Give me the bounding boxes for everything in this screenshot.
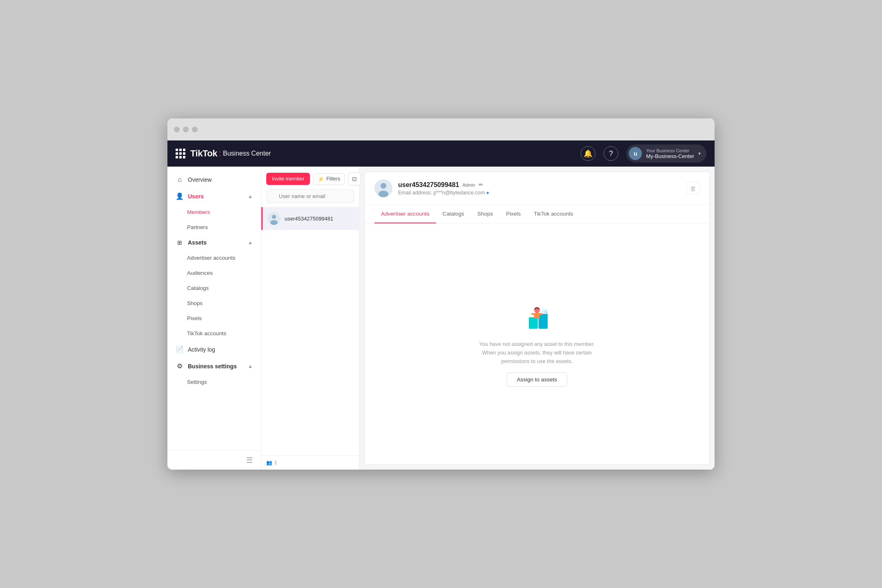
detail-username: user4534275099481 Admin ✏	[398, 181, 686, 189]
assets-icon: ⊞	[176, 239, 184, 246]
sidebar-label-members: Members	[187, 209, 253, 215]
topnav-left: TikTok : Business Center	[176, 148, 581, 159]
sidebar-label-catalogs: Catalogs	[187, 285, 253, 291]
tab-shops[interactable]: Shops	[471, 205, 499, 223]
empty-state: You have not assigned any asset to this …	[365, 223, 709, 464]
chevron-up-icon: ▲	[248, 194, 253, 199]
sidebar-item-business-settings[interactable]: ⚙ Business settings ▲	[167, 358, 261, 374]
settings-icon: ⚙	[176, 362, 184, 370]
svg-point-4	[381, 183, 386, 189]
brand-subtitle: Business Center	[223, 150, 271, 157]
brand-tiktok-text: TikTok	[190, 148, 217, 159]
svg-point-5	[379, 191, 388, 197]
svg-point-1	[272, 215, 276, 219]
members-footer: 👥 1	[261, 455, 359, 470]
sidebar-label-overview: Overview	[188, 176, 253, 183]
detail-panel: user4534275099481 Admin ✏ Email address:…	[364, 172, 710, 465]
svg-rect-6	[529, 317, 538, 329]
sidebar-label-advertiser-accounts: Advertiser accounts	[187, 255, 253, 261]
sidebar-item-shops[interactable]: Shops	[167, 296, 261, 311]
main-layout: ⌂ Overview 👤 Users ▲ Members Partners	[167, 167, 715, 470]
sidebar-label-settings: Settings	[187, 379, 253, 385]
detail-user-info: user4534275099481 Admin ✏ Email address:…	[398, 181, 686, 196]
empty-state-text: You have not assigned any asset to this …	[472, 340, 602, 365]
browser-dot-red	[174, 127, 180, 132]
sidebar-label-tiktok-accounts: TikTok accounts	[187, 330, 253, 336]
detail-tabs: Advertiser accounts Catalogs Shops Pixel…	[365, 205, 709, 223]
sidebar-item-catalogs[interactable]: Catalogs	[167, 281, 261, 296]
detail-email: Email address: p***n@bytedance.com ●	[398, 190, 686, 196]
member-avatar	[267, 212, 281, 225]
top-navigation: TikTok : Business Center 🔔 ? u Your Busi…	[167, 140, 715, 167]
sidebar-item-settings[interactable]: Settings	[167, 374, 261, 390]
user-avatar: u	[629, 147, 642, 160]
sidebar-label-partners: Partners	[187, 224, 253, 230]
sidebar-item-audiences[interactable]: Audiences	[167, 265, 261, 281]
members-count: 1	[274, 460, 277, 466]
chevron-up-icon-assets: ▲	[248, 240, 253, 245]
sidebar-item-pixels[interactable]: Pixels	[167, 311, 261, 326]
sidebar-label-activity-log: Activity log	[188, 346, 253, 353]
tab-pixels[interactable]: Pixels	[499, 205, 527, 223]
sidebar-item-activity-log[interactable]: 📄 Activity log	[167, 341, 261, 358]
user-info-name: My-Business-Center	[646, 153, 694, 159]
sidebar-item-assets[interactable]: ⊞ Assets ▲	[167, 235, 261, 250]
info-icon: ●	[486, 190, 490, 196]
browser-dot-green	[192, 127, 198, 132]
svg-rect-12	[534, 313, 540, 318]
export-button[interactable]: ⊡	[348, 172, 361, 185]
member-name: user4534275099481	[285, 216, 354, 222]
edit-icon[interactable]: ✏	[479, 182, 483, 188]
sidebar-label-business-settings: Business settings	[188, 363, 244, 370]
search-wrapper	[266, 189, 354, 203]
chevron-down-icon: ▾	[698, 151, 701, 156]
avatar-icon	[267, 212, 281, 225]
member-list: user4534275099481	[261, 207, 359, 455]
grid-menu-icon[interactable]	[176, 149, 185, 158]
detail-avatar-icon	[374, 179, 392, 197]
notification-button[interactable]: 🔔	[581, 146, 595, 161]
help-button[interactable]: ?	[604, 146, 618, 161]
sidebar: ⌂ Overview 👤 Users ▲ Members Partners	[167, 167, 261, 470]
export-icon: ⊡	[352, 176, 357, 182]
user-menu-button[interactable]: u Your Business Center My-Business-Cente…	[626, 145, 706, 163]
search-input[interactable]	[266, 189, 354, 203]
sidebar-item-users[interactable]: 👤 Users ▲	[167, 188, 261, 205]
sidebar-label-users: Users	[188, 193, 244, 200]
sidebar-item-overview[interactable]: ⌂ Overview	[167, 172, 261, 188]
user-info-label: Your Business Center	[646, 148, 694, 153]
activity-log-icon: 📄	[176, 345, 184, 353]
browser-dot-yellow	[183, 127, 189, 132]
empty-state-illustration	[517, 301, 557, 334]
assign-to-assets-button[interactable]: Assign to assets	[507, 372, 567, 387]
sidebar-item-tiktok-accounts[interactable]: TikTok accounts	[167, 326, 261, 341]
tab-advertiser-accounts[interactable]: Advertiser accounts	[374, 205, 436, 223]
empty-illustration	[517, 301, 557, 334]
tab-tiktok-accounts[interactable]: TikTok accounts	[527, 205, 579, 223]
detail-user-avatar	[374, 179, 392, 197]
browser-chrome	[167, 118, 715, 140]
detail-header: user4534275099481 Admin ✏ Email address:…	[365, 172, 709, 205]
svg-point-2	[270, 220, 278, 225]
content-area: Invite member ⚡ Filters ⊡	[261, 167, 715, 470]
invite-member-button[interactable]: Invite member	[266, 173, 310, 185]
filters-button[interactable]: ⚡ Filters	[313, 173, 345, 185]
search-box	[261, 189, 359, 207]
members-panel: Invite member ⚡ Filters ⊡	[261, 167, 359, 470]
users-icon: 👤	[176, 192, 184, 200]
topnav-right: 🔔 ? u Your Business Center My-Business-C…	[581, 145, 706, 163]
sidebar-item-partners[interactable]: Partners	[167, 220, 261, 235]
sidebar-label-pixels: Pixels	[187, 315, 253, 321]
sidebar-item-advertiser-accounts[interactable]: Advertiser accounts	[167, 250, 261, 265]
tab-catalogs[interactable]: Catalogs	[436, 205, 471, 223]
svg-rect-14	[539, 313, 543, 315]
sidebar-item-members[interactable]: Members	[167, 205, 261, 220]
members-count-icon: 👥	[266, 460, 272, 466]
members-toolbar: Invite member ⚡ Filters ⊡	[261, 167, 359, 189]
brand-separator: :	[219, 148, 221, 159]
delete-user-button[interactable]: 🗑	[686, 182, 699, 195]
collapse-icon[interactable]: ☰	[246, 456, 253, 465]
svg-rect-13	[531, 313, 535, 315]
filter-icon: ⚡	[318, 176, 324, 182]
member-list-item[interactable]: user4534275099481	[261, 207, 359, 230]
